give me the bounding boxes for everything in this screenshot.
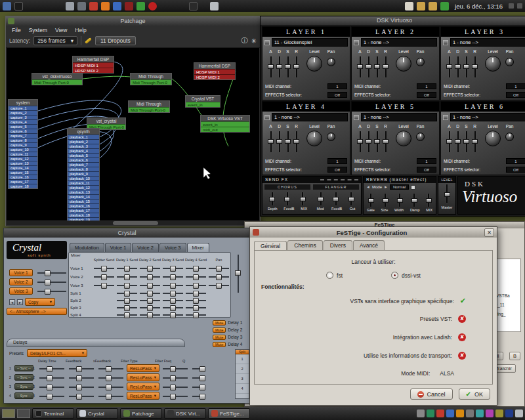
preset-select-button[interactable] (443, 40, 448, 45)
feedback-slider[interactable] (69, 375, 94, 380)
copy-dropdown[interactable]: Copy▾ (25, 298, 55, 306)
delays-section-header[interactable]: Delays (7, 339, 185, 347)
jack-icon[interactable] (436, 410, 444, 417)
patch-node[interactable]: Hammerfall DSP HDSP MIDI 1HDSP MIDI 2 (72, 56, 114, 74)
voice-level-slider[interactable] (37, 280, 66, 284)
audio-port[interactable]: capture_2 (9, 110, 37, 115)
flanger-cut-slider[interactable] (348, 191, 354, 207)
burner-icon[interactable] (101, 2, 110, 10)
ok-button[interactable]: ✔OK (459, 388, 490, 400)
patch-node[interactable]: Midi Through Midi Through Port-0 (128, 100, 170, 113)
radio-fst[interactable]: fst (326, 272, 343, 279)
release-slider[interactable] (472, 130, 478, 154)
feedback-slider[interactable] (69, 394, 94, 398)
sync-button[interactable]: -- Sync -- (14, 392, 33, 399)
effects-display[interactable]: Off (327, 167, 347, 173)
recorder-icon[interactable] (125, 2, 133, 10)
patchage-titlebar[interactable]: Patchage (6, 16, 260, 26)
pan-knob[interactable] (416, 58, 425, 66)
sustain-slider[interactable] (463, 130, 469, 154)
midi-port[interactable]: HDSP MIDI 2 (73, 68, 114, 73)
decay-slider[interactable] (366, 55, 371, 79)
workspace-1[interactable] (2, 409, 15, 418)
pan-slider[interactable] (209, 266, 229, 270)
audio-port[interactable]: capture_13 (9, 161, 37, 165)
mixer-slider[interactable] (186, 312, 206, 317)
mixer-slider[interactable] (140, 283, 160, 287)
folder2-icon[interactable] (429, 2, 437, 10)
tab-mixer[interactable]: Mixer (187, 243, 209, 252)
level-knob[interactable] (485, 131, 501, 146)
crystal-titlebar[interactable]: Crystal (4, 228, 250, 238)
mixer-slider[interactable] (140, 291, 160, 295)
tab-voice-3[interactable]: Voice 3 (159, 243, 186, 252)
delay-time-slider[interactable] (39, 366, 64, 371)
trash-tray-icon[interactable] (515, 410, 523, 417)
taskbar-button-crystal[interactable]: Crystal (76, 408, 118, 419)
mixer-slider[interactable] (186, 274, 206, 279)
trash-icon[interactable] (210, 2, 219, 10)
mixer-slider[interactable] (117, 291, 137, 295)
sustain-slider[interactable] (374, 130, 380, 154)
decay-slider[interactable] (455, 130, 461, 154)
patch-node[interactable]: vst_dskvirtuoso Midi Through Port-0 (32, 73, 83, 85)
level-knob[interactable] (306, 56, 322, 72)
audio-port[interactable]: capture_16 (9, 175, 37, 179)
mixer-slider[interactable] (140, 274, 160, 279)
audio-port[interactable]: playback_2 (68, 139, 99, 144)
taskbar-button-patchage[interactable]: Patchage (120, 408, 162, 419)
pan-knob[interactable] (327, 58, 335, 66)
updates-icon[interactable] (440, 2, 449, 10)
app-menu-icon[interactable] (3, 2, 11, 10)
mixer-slider[interactable] (186, 298, 206, 303)
filter-freq-slider[interactable] (163, 394, 188, 398)
filter-freq-slider[interactable] (163, 385, 188, 389)
keyboard-icon[interactable] (77, 2, 86, 10)
vst-list[interactable]: VSTBar_11ring_ (494, 259, 521, 332)
pan-knob[interactable] (505, 58, 514, 66)
midi-channel-display[interactable]: 1 (417, 158, 436, 164)
midi-port[interactable]: event_in (186, 102, 220, 107)
attack-slider[interactable] (446, 55, 452, 79)
audio-port[interactable]: capture_17 (9, 179, 37, 184)
menu-item[interactable]: System (26, 27, 51, 33)
mixer-icon[interactable] (466, 410, 474, 417)
flanger-feedback-slider[interactable] (333, 191, 339, 207)
chorus-mix-slider[interactable] (300, 191, 306, 207)
mute-button[interactable]: Mute (213, 327, 226, 333)
q-slider[interactable] (192, 394, 205, 398)
attack-slider[interactable] (268, 130, 274, 154)
attack-slider[interactable] (357, 55, 363, 79)
voice-button[interactable]: Voice 2 (9, 278, 33, 285)
sync-button[interactable]: -- Sync -- (14, 383, 33, 390)
audio-port[interactable]: playback_14 (68, 194, 99, 199)
tab-chemins[interactable]: Chemins (287, 240, 323, 250)
pan-knob[interactable] (327, 133, 335, 141)
audio-port[interactable]: capture_8 (9, 138, 37, 142)
preset-display[interactable]: 1 - none --> (450, 113, 525, 121)
audio-port[interactable]: capture_18 (9, 184, 37, 188)
mixer-slider[interactable] (94, 266, 114, 270)
effects-display[interactable]: Off (506, 167, 525, 173)
filter-freq-slider[interactable] (163, 375, 188, 380)
feedback-slider[interactable] (69, 385, 94, 389)
mixer-slider[interactable] (163, 312, 183, 317)
dialog-titlebar[interactable]: FeSTige - Configuration ✕ (250, 227, 497, 238)
mixer-slider[interactable] (117, 266, 137, 270)
preset-display[interactable]: 1 - none --> (361, 38, 437, 47)
midi-port[interactable]: Midi Through Port-0 (131, 79, 171, 85)
radio-dssi-vst[interactable]: dssi-vst (391, 272, 421, 279)
tab-avance[interactable]: Avancé (353, 240, 385, 250)
audio-port[interactable]: playback_8 (68, 167, 99, 171)
display-icon[interactable] (66, 2, 74, 10)
mixer-slider[interactable] (117, 312, 137, 317)
dropouts-button[interactable]: 11 Dropouts (95, 36, 136, 45)
level-knob[interactable] (485, 56, 501, 72)
midi-port[interactable]: HDSP MIDI 2 (194, 74, 235, 79)
preset-display[interactable]: 11 - Glockenspiel (272, 38, 348, 47)
patch-node[interactable]: DSK Virtuoso VST event_inmidi_out (200, 115, 250, 133)
pan-slider[interactable] (209, 283, 229, 287)
mute-button[interactable]: Mute (213, 320, 226, 326)
master-level-slider[interactable] (444, 183, 450, 204)
vst-list-item[interactable]: r_11 (496, 303, 519, 312)
